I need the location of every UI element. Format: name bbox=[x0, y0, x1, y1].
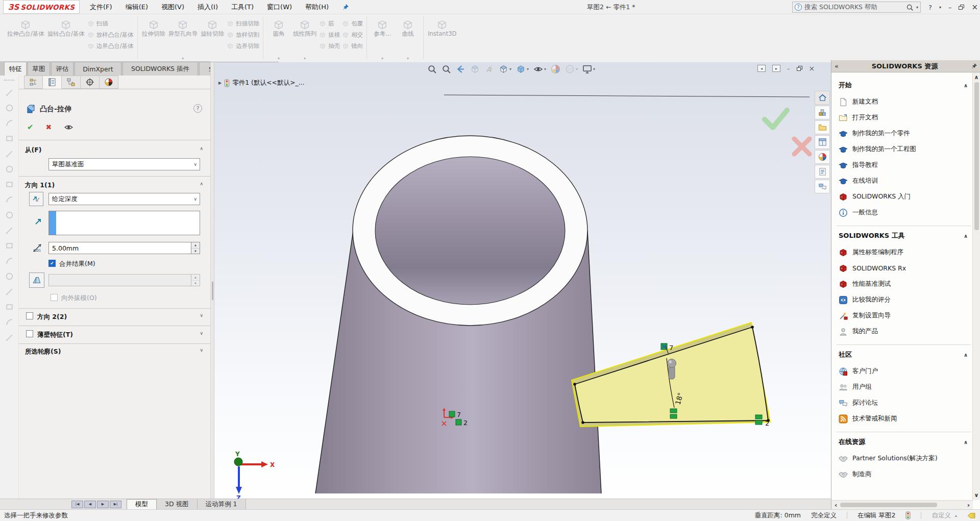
link-manufacturers[interactable]: 制造商 bbox=[838, 466, 969, 482]
scrollbar-thumb[interactable] bbox=[974, 82, 979, 230]
next-document-button[interactable]: ▸ bbox=[772, 65, 780, 72]
custom-caret-icon[interactable]: ▴ bbox=[955, 513, 957, 518]
tab-solidworks-resources[interactable] bbox=[815, 91, 830, 105]
tab-file-explorer[interactable] bbox=[815, 120, 830, 134]
loft-boss-button[interactable]: 放样凸台/基体 bbox=[87, 30, 134, 39]
hole-wizard-caret-icon[interactable]: ▾ bbox=[182, 56, 184, 61]
menu-view[interactable]: 视图(V) bbox=[161, 3, 184, 12]
cylinder-bore[interactable] bbox=[375, 157, 565, 305]
help-menu-button[interactable]: ? bbox=[928, 4, 932, 11]
collapse-pane-icon[interactable]: « bbox=[835, 62, 839, 70]
pin-pane-icon[interactable] bbox=[971, 63, 977, 69]
menu-insert[interactable]: 插入(I) bbox=[198, 3, 218, 12]
midpoint-constraint-badge[interactable] bbox=[670, 414, 677, 418]
depth-spinner[interactable]: ▲▼ bbox=[191, 242, 200, 254]
scroll-left-icon[interactable]: ‹ bbox=[831, 501, 840, 509]
origin-constraint-badge[interactable] bbox=[449, 411, 455, 417]
vertical-scrollbar[interactable]: ∧ ∨ bbox=[972, 72, 980, 500]
hide-show-items-button[interactable]: ▾ bbox=[532, 63, 548, 75]
extrude-boss-button[interactable]: 拉伸凸台/基体 bbox=[6, 16, 46, 61]
curves-button[interactable]: 曲线▾ bbox=[395, 16, 421, 61]
merge-result-checkbox[interactable]: ✔ bbox=[48, 260, 56, 267]
scroll-right-icon[interactable]: › bbox=[964, 501, 973, 509]
search-icon[interactable] bbox=[906, 4, 914, 11]
sweep-cut-button[interactable]: 扫描切除 bbox=[227, 19, 259, 28]
link-user-groups[interactable]: 用户组 bbox=[838, 379, 969, 395]
splitter-grip[interactable] bbox=[212, 282, 213, 300]
sketch-tool-icon[interactable] bbox=[5, 165, 14, 173]
link-tech-alerts-news[interactable]: 技术警戒和新闻 bbox=[838, 411, 969, 427]
wrap-button[interactable]: 包覆 bbox=[342, 19, 363, 28]
chevron-down-icon[interactable]: ∨ bbox=[200, 331, 203, 336]
tab-design-library[interactable] bbox=[815, 106, 830, 119]
sketch-tool-icon[interactable] bbox=[5, 257, 14, 265]
reference-geometry-button[interactable]: 参考...▾ bbox=[370, 16, 395, 61]
tab-3d-views[interactable]: 3D 视图 bbox=[157, 499, 198, 509]
doc-minimize-button[interactable]: – bbox=[787, 65, 790, 72]
tab-model[interactable]: 模型 bbox=[127, 499, 157, 509]
link-discussion-forum[interactable]: 探讨论坛 bbox=[838, 395, 969, 411]
link-online-training[interactable]: 在线培训 bbox=[838, 173, 969, 189]
configuration-manager-tab[interactable] bbox=[62, 76, 81, 89]
sketch-tool-icon[interactable] bbox=[5, 150, 14, 158]
zoom-area-button[interactable] bbox=[440, 63, 453, 75]
menu-help[interactable]: 帮助(H) bbox=[305, 3, 329, 12]
fillet-caret-icon[interactable]: ▾ bbox=[278, 56, 280, 61]
menu-edit[interactable]: 编辑(E) bbox=[126, 3, 148, 12]
sketch-tool-icon[interactable] bbox=[5, 333, 14, 342]
tab-view-palette[interactable] bbox=[815, 135, 830, 149]
zoom-fit-button[interactable] bbox=[426, 63, 438, 75]
help-icon[interactable]: ? bbox=[193, 104, 202, 113]
sketch-tool-icon[interactable] bbox=[5, 287, 14, 296]
drag-handle-ball[interactable] bbox=[668, 359, 676, 368]
boundary-boss-button[interactable]: 边界凸台/基体 bbox=[87, 41, 134, 51]
previous-document-button[interactable]: ◂ bbox=[757, 65, 766, 72]
origin-constraint-badge[interactable] bbox=[456, 419, 461, 425]
tab-solidworks-addins[interactable]: SOLIDWORKS 插件 bbox=[122, 62, 198, 76]
link-my-products[interactable]: 我的产品 bbox=[838, 324, 969, 339]
link-compare-score[interactable]: 比较我的评分 bbox=[838, 292, 969, 308]
menu-window[interactable]: 窗口(W) bbox=[267, 3, 292, 12]
curves-caret-icon[interactable]: ▾ bbox=[407, 56, 409, 61]
graphics-viewport[interactable]: 7 2 18° 7 2 Z X Y bbox=[214, 62, 831, 499]
intersect-button[interactable]: 相交 bbox=[342, 30, 363, 39]
sketch-vertex[interactable] bbox=[751, 326, 754, 329]
dimxpert-manager-tab[interactable] bbox=[81, 76, 100, 89]
link-partner-solutions[interactable]: Partner Solutions(解决方案) bbox=[838, 451, 969, 466]
sketch-tool-icon[interactable] bbox=[5, 226, 14, 235]
section-header[interactable]: 社区∧ bbox=[838, 348, 969, 363]
draft-toggle-button[interactable] bbox=[29, 272, 44, 288]
doc-close-button[interactable]: × bbox=[809, 64, 815, 72]
sketch-tool-icon[interactable] bbox=[5, 211, 14, 219]
tab-motion-study[interactable]: 运动算例 1 bbox=[198, 499, 246, 509]
direction2-checkbox[interactable] bbox=[26, 312, 33, 319]
fillet-button[interactable]: 圆角▾ bbox=[266, 16, 291, 61]
selected-contours-section-header[interactable]: 所选轮廓(S) bbox=[25, 348, 61, 356]
from-dropdown[interactable]: 草图基准面∨ bbox=[48, 158, 200, 170]
tab-custom-properties[interactable] bbox=[815, 165, 830, 179]
previous-view-button[interactable] bbox=[454, 63, 467, 75]
sketch-tool-icon[interactable] bbox=[5, 318, 14, 327]
search-caret-icon[interactable]: ▾ bbox=[916, 5, 918, 10]
link-first-part[interactable]: 制作我的第一个零件 bbox=[838, 126, 969, 141]
hole-wizard-button[interactable]: 异型孔向导▾ bbox=[167, 16, 200, 61]
linear-pattern-caret-icon[interactable]: ▾ bbox=[304, 56, 306, 61]
link-property-tab-builder[interactable]: 属性标签编制程序 bbox=[838, 244, 969, 260]
sketch-vertex[interactable] bbox=[573, 383, 576, 386]
sketch-tool-icon[interactable] bbox=[5, 119, 14, 128]
link-general-info[interactable]: 一般信息 bbox=[838, 205, 969, 220]
thin-feature-checkbox[interactable] bbox=[26, 330, 33, 337]
corner-constraint-badge[interactable] bbox=[755, 420, 762, 425]
midpoint-constraint-badge[interactable] bbox=[670, 409, 677, 413]
sketch-tool-icon[interactable] bbox=[5, 303, 14, 311]
from-section-header[interactable]: 从(F) bbox=[25, 146, 41, 155]
search-box[interactable]: ? 搜索 SOLIDWORKS 帮助 ▾ bbox=[792, 2, 921, 13]
first-tab-button[interactable]: |◀ bbox=[71, 501, 83, 508]
horizontal-scrollbar[interactable]: ‹ › bbox=[831, 500, 973, 509]
tree-expand-icon[interactable]: ▶ bbox=[218, 81, 222, 85]
chevron-up-icon[interactable]: ∧ bbox=[200, 181, 203, 186]
sweep-button[interactable]: 扫描 bbox=[87, 19, 134, 28]
restore-button[interactable] bbox=[959, 5, 964, 10]
sketch-tool-icon[interactable] bbox=[5, 104, 14, 112]
last-tab-button[interactable]: ▶| bbox=[110, 501, 121, 508]
